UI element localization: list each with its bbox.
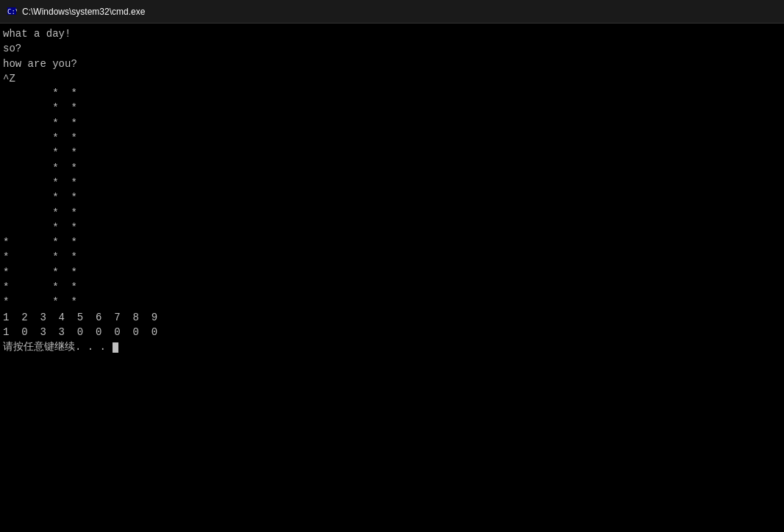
terminal-line: * * [3, 177, 77, 189]
terminal-line: what a day! [3, 28, 71, 40]
terminal-line: ^Z [3, 73, 15, 85]
terminal-line: so? [3, 43, 21, 54]
terminal-line: * * [3, 118, 77, 129]
terminal-line: * * [3, 207, 77, 219]
terminal-line: * * [3, 192, 77, 204]
terminal-line: 1 2 3 4 5 6 7 8 9 [3, 312, 157, 323]
title-bar-text: C:\Windows\system32\cmd.exe [22, 7, 145, 17]
terminal-line: * * [3, 132, 77, 144]
svg-text:C:\: C:\ [7, 8, 17, 15]
terminal-line: * * [3, 102, 77, 114]
terminal-line: 1 0 3 3 0 0 0 0 0 [3, 326, 157, 338]
cmd-icon: C:\ [6, 6, 18, 18]
terminal-line: * * [3, 162, 77, 174]
terminal-line: * * * [3, 281, 77, 293]
terminal-line: * * [3, 147, 77, 159]
terminal-body[interactable]: what a day! so? how are you? ^Z * * * * … [0, 24, 784, 532]
title-bar: C:\ C:\Windows\system32\cmd.exe [0, 0, 784, 24]
terminal-line: 请按任意键继续. . . [3, 341, 118, 353]
cursor [113, 342, 118, 353]
terminal-line: * * * [3, 267, 77, 278]
terminal-line: * * [3, 222, 77, 234]
terminal-line: * * * [3, 237, 77, 248]
terminal-line: how are you? [3, 58, 77, 70]
terminal-line: * * [3, 87, 77, 99]
terminal-line: * * * [3, 296, 77, 308]
terminal-line: * * * [3, 251, 77, 263]
